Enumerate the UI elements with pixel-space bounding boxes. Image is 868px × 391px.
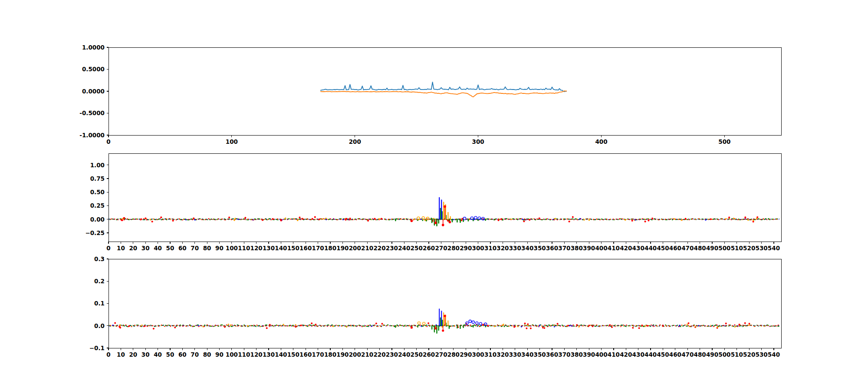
svg-text:0: 0 bbox=[106, 245, 110, 252]
svg-text:210: 210 bbox=[361, 351, 373, 358]
svg-text:200: 200 bbox=[349, 245, 361, 252]
svg-text:520: 520 bbox=[743, 245, 755, 252]
figure-canvas: 01002003004005001.00000.50000.0000-0.500… bbox=[0, 0, 868, 391]
svg-text:250: 250 bbox=[411, 351, 423, 358]
svg-text:500: 500 bbox=[718, 245, 730, 252]
svg-text:450: 450 bbox=[657, 245, 669, 252]
subplot-top-plot: 01002003004005001.00000.50000.0000-0.500… bbox=[0, 33, 868, 148]
svg-text:410: 410 bbox=[608, 245, 620, 252]
svg-text:0.1: 0.1 bbox=[94, 300, 105, 307]
svg-text:110: 110 bbox=[238, 351, 250, 358]
svg-text:440: 440 bbox=[644, 351, 657, 358]
svg-text:500: 500 bbox=[718, 351, 730, 358]
svg-text:-0.5000: -0.5000 bbox=[79, 109, 105, 116]
svg-text:460: 460 bbox=[669, 245, 681, 252]
svg-text:480: 480 bbox=[694, 351, 706, 358]
svg-text:70: 70 bbox=[191, 245, 199, 252]
svg-text:50: 50 bbox=[166, 245, 174, 252]
svg-text:0.75: 0.75 bbox=[90, 175, 105, 182]
svg-text:230: 230 bbox=[386, 245, 398, 252]
svg-text:490: 490 bbox=[706, 351, 718, 358]
svg-text:370: 370 bbox=[558, 245, 570, 252]
svg-text:210: 210 bbox=[361, 245, 373, 252]
svg-text:0.3: 0.3 bbox=[94, 256, 105, 262]
svg-text:1.00: 1.00 bbox=[90, 162, 105, 169]
subplot-bottom-plot: 0102030405060708090100110120130140150160… bbox=[0, 256, 868, 365]
svg-text:470: 470 bbox=[681, 245, 694, 252]
svg-text:100: 100 bbox=[226, 245, 238, 252]
svg-text:510: 510 bbox=[731, 245, 743, 252]
svg-text:400: 400 bbox=[595, 138, 607, 145]
svg-text:150: 150 bbox=[287, 351, 299, 358]
subplot-middle-plot: 0102030405060708090100110120130140150160… bbox=[0, 148, 868, 256]
svg-text:240: 240 bbox=[398, 351, 410, 358]
svg-text:400: 400 bbox=[595, 351, 607, 358]
svg-text:190: 190 bbox=[336, 351, 349, 358]
svg-text:80: 80 bbox=[203, 245, 211, 252]
svg-text:370: 370 bbox=[558, 351, 570, 358]
svg-text:0: 0 bbox=[106, 351, 110, 358]
svg-text:240: 240 bbox=[398, 245, 410, 252]
svg-text:110: 110 bbox=[238, 245, 250, 252]
svg-text:530: 530 bbox=[755, 245, 767, 252]
svg-text:320: 320 bbox=[496, 245, 509, 252]
svg-text:180: 180 bbox=[324, 245, 336, 252]
svg-text:10: 10 bbox=[117, 351, 125, 358]
subplot-bottom: 0102030405060708090100110120130140150160… bbox=[0, 256, 868, 365]
subplot-middle: 0102030405060708090100110120130140150160… bbox=[0, 148, 868, 256]
svg-text:120: 120 bbox=[250, 245, 263, 252]
svg-text:60: 60 bbox=[178, 351, 187, 358]
svg-text:300: 300 bbox=[472, 138, 484, 145]
svg-text:420: 420 bbox=[620, 351, 632, 358]
svg-text:100: 100 bbox=[226, 351, 238, 358]
svg-text:280: 280 bbox=[447, 245, 460, 252]
svg-text:330: 330 bbox=[509, 245, 521, 252]
svg-text:180: 180 bbox=[324, 351, 336, 358]
svg-text:20: 20 bbox=[129, 245, 137, 252]
svg-text:380: 380 bbox=[571, 351, 583, 358]
svg-text:480: 480 bbox=[694, 245, 706, 252]
svg-text:460: 460 bbox=[669, 351, 681, 358]
svg-text:380: 380 bbox=[571, 245, 583, 252]
svg-text:0.0: 0.0 bbox=[94, 322, 105, 329]
svg-text:350: 350 bbox=[533, 351, 546, 358]
svg-text:360: 360 bbox=[546, 245, 558, 252]
svg-text:160: 160 bbox=[299, 351, 312, 358]
svg-text:300: 300 bbox=[472, 245, 484, 252]
svg-text:300: 300 bbox=[472, 351, 484, 358]
svg-text:0.25: 0.25 bbox=[90, 202, 105, 209]
svg-text:−0.1: −0.1 bbox=[89, 345, 105, 351]
svg-text:270: 270 bbox=[435, 351, 447, 358]
svg-text:140: 140 bbox=[275, 351, 287, 358]
svg-text:120: 120 bbox=[250, 351, 263, 358]
svg-text:-1.0000: -1.0000 bbox=[79, 132, 105, 139]
svg-text:170: 170 bbox=[312, 351, 324, 358]
svg-text:340: 340 bbox=[521, 351, 533, 358]
svg-text:390: 390 bbox=[583, 351, 595, 358]
svg-text:150: 150 bbox=[287, 245, 299, 252]
svg-text:30: 30 bbox=[141, 245, 150, 252]
svg-text:420: 420 bbox=[620, 245, 632, 252]
svg-text:0.0000: 0.0000 bbox=[82, 88, 105, 95]
svg-text:0.00: 0.00 bbox=[90, 216, 105, 223]
svg-text:360: 360 bbox=[546, 351, 558, 358]
svg-text:230: 230 bbox=[386, 351, 398, 358]
svg-text:70: 70 bbox=[191, 351, 199, 358]
svg-text:80: 80 bbox=[203, 351, 211, 358]
svg-text:470: 470 bbox=[681, 351, 694, 358]
svg-text:200: 200 bbox=[349, 351, 361, 358]
svg-text:250: 250 bbox=[411, 245, 423, 252]
svg-text:0.5000: 0.5000 bbox=[82, 66, 105, 73]
svg-text:200: 200 bbox=[349, 138, 361, 145]
svg-text:90: 90 bbox=[215, 245, 224, 252]
svg-text:350: 350 bbox=[533, 245, 546, 252]
svg-text:220: 220 bbox=[373, 351, 385, 358]
svg-text:510: 510 bbox=[731, 351, 743, 358]
svg-text:410: 410 bbox=[608, 351, 620, 358]
svg-text:140: 140 bbox=[275, 245, 287, 252]
svg-text:130: 130 bbox=[263, 351, 275, 358]
svg-text:520: 520 bbox=[743, 351, 755, 358]
svg-text:310: 310 bbox=[484, 245, 496, 252]
svg-text:330: 330 bbox=[509, 351, 521, 358]
svg-text:430: 430 bbox=[632, 245, 644, 252]
